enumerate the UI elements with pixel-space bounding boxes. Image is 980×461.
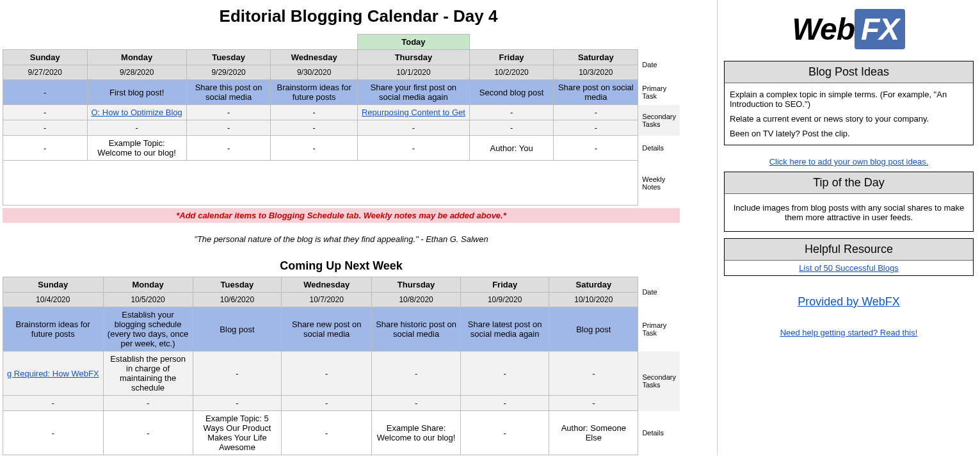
secondary-link[interactable]: O: How to Optimize Blog: [92, 108, 182, 117]
secondary-task-cell[interactable]: g Required: How WebFX: [3, 352, 104, 396]
date-cell[interactable]: 10/7/2020: [282, 293, 372, 307]
secondary-task-cell[interactable]: Establish the person in charge of mainta…: [103, 352, 193, 396]
secondary-task-cell[interactable]: -: [3, 120, 88, 136]
primary-task-row: - First blog post! Share this post on so…: [3, 80, 680, 105]
date-cell[interactable]: 10/6/2020: [193, 293, 282, 307]
day-header: Thursday: [357, 50, 469, 65]
help-link[interactable]: Need help getting started? Read this!: [780, 328, 918, 337]
secondary-link[interactable]: Repurposing Content to Get: [362, 108, 465, 117]
details-cell[interactable]: -: [461, 411, 549, 455]
secondary-task-cell[interactable]: -: [357, 120, 469, 136]
primary-task-cell[interactable]: Brainstorm ideas for future posts: [3, 307, 104, 352]
date-cell[interactable]: 9/28/2020: [87, 65, 186, 80]
weekly-notes-cell[interactable]: [3, 161, 638, 206]
day-header: Saturday: [554, 50, 638, 65]
secondary-task-cell[interactable]: -: [469, 120, 554, 136]
date-cell[interactable]: 9/27/2020: [3, 65, 88, 80]
date-cell[interactable]: 9/30/2020: [271, 65, 358, 80]
secondary-task-cell[interactable]: -: [3, 396, 104, 411]
secondary-task-cell[interactable]: -: [372, 352, 461, 396]
day-header: Monday: [103, 277, 193, 293]
secondary-task-cell[interactable]: -: [193, 396, 282, 411]
details-cell[interactable]: -: [103, 411, 193, 455]
details-cell[interactable]: Example Share: Welcome to our blog!: [372, 411, 461, 455]
secondary-task-cell[interactable]: -: [549, 352, 638, 396]
primary-task-cell[interactable]: First blog post!: [87, 80, 186, 105]
secondary-task-cell[interactable]: -: [461, 396, 549, 411]
primary-task-cell[interactable]: Share your first post on social media ag…: [357, 80, 469, 105]
details-cell[interactable]: -: [271, 136, 358, 161]
primary-task-cell[interactable]: Share post on social media: [554, 80, 638, 105]
details-cell[interactable]: -: [282, 411, 372, 455]
secondary-task-cell[interactable]: -: [186, 120, 271, 136]
row-label-secondary: Secondary Tasks: [638, 105, 680, 136]
date-cell[interactable]: 10/8/2020: [372, 293, 461, 307]
details-cell[interactable]: Author: Someone Else: [549, 411, 638, 455]
day-header: Friday: [461, 277, 549, 293]
secondary-task-cell[interactable]: -: [372, 396, 461, 411]
primary-task-cell[interactable]: Share historic post on social media: [372, 307, 461, 352]
secondary-task-cell[interactable]: -: [3, 105, 88, 120]
idea-item: Explain a complex topic in simple terms.…: [730, 87, 968, 111]
secondary-task-cell[interactable]: -: [469, 105, 554, 120]
panel-title: Tip of the Day: [725, 172, 973, 194]
day-header: Saturday: [549, 277, 638, 293]
date-cell[interactable]: 10/3/2020: [554, 65, 638, 80]
details-cell[interactable]: Example Topic: Welcome to our blog!: [87, 136, 186, 161]
date-cell[interactable]: 10/5/2020: [103, 293, 193, 307]
primary-task-cell[interactable]: Share new post on social media: [282, 307, 372, 352]
primary-task-cell[interactable]: -: [3, 80, 88, 105]
date-cell[interactable]: 10/1/2020: [357, 65, 469, 80]
details-cell[interactable]: -: [554, 136, 638, 161]
primary-task-cell[interactable]: Share this post on social media: [186, 80, 271, 105]
date-cell[interactable]: 10/4/2020: [3, 293, 104, 307]
secondary-task-cell[interactable]: -: [193, 352, 282, 396]
resource-link[interactable]: List of 50 Successful Blogs: [799, 263, 898, 273]
add-ideas-link[interactable]: Click here to add your own blog post ide…: [769, 157, 929, 166]
date-cell[interactable]: 10/9/2020: [461, 293, 549, 307]
date-cell[interactable]: 10/2/2020: [469, 65, 554, 80]
secondary-task-cell[interactable]: -: [549, 396, 638, 411]
secondary-task-cell[interactable]: -: [461, 352, 549, 396]
primary-task-cell[interactable]: Blog post: [549, 307, 638, 352]
primary-task-cell[interactable]: Establish your blogging schedule (every …: [103, 307, 193, 352]
primary-task-cell[interactable]: Share latest post on social media again: [461, 307, 549, 352]
secondary-task-cell[interactable]: -: [554, 105, 638, 120]
secondary-task-cell[interactable]: Repurposing Content to Get: [357, 105, 469, 120]
secondary-task-row: g Required: How WebFX Establish the pers…: [3, 352, 680, 396]
secondary-task-cell[interactable]: -: [282, 352, 372, 396]
secondary-task-cell[interactable]: -: [271, 120, 358, 136]
date-cell[interactable]: 10/10/2020: [549, 293, 638, 307]
primary-task-cell[interactable]: Second blog post: [469, 80, 554, 105]
secondary-task-cell[interactable]: -: [271, 105, 358, 120]
panel-title: Blog Post Ideas: [725, 61, 973, 83]
secondary-task-cell[interactable]: -: [186, 105, 271, 120]
details-cell[interactable]: -: [3, 411, 104, 455]
today-row: Today: [3, 35, 680, 50]
details-cell[interactable]: -: [357, 136, 469, 161]
day-header: Tuesday: [186, 50, 271, 65]
week1-table: Today Sunday Monday Tuesday Wednesday Th…: [3, 34, 680, 206]
page-title: Editorial Blogging Calendar - Day 4: [0, 3, 717, 34]
details-cell[interactable]: Author: You: [469, 136, 554, 161]
logo-fx-text: FX: [855, 9, 905, 49]
secondary-task-cell[interactable]: O: How to Optimize Blog: [87, 105, 186, 120]
secondary-task-row-2: - - - - - - -: [3, 396, 680, 411]
details-cell[interactable]: Example Topic: 5 Ways Our Product Makes …: [193, 411, 282, 455]
row-label-notes: Weekly Notes: [638, 161, 680, 206]
secondary-task-cell[interactable]: -: [87, 120, 186, 136]
primary-task-cell[interactable]: Brainstorm ideas for future posts: [271, 80, 358, 105]
quote-text: "The personal nature of the blog is what…: [3, 223, 680, 255]
primary-task-cell[interactable]: Blog post: [193, 307, 282, 352]
provided-by-link[interactable]: Provided by WebFX: [798, 295, 900, 308]
row-label-date: Date: [638, 50, 680, 80]
today-cell: Today: [357, 35, 469, 50]
date-row: 9/27/2020 9/28/2020 9/29/2020 9/30/2020 …: [3, 65, 680, 80]
details-cell[interactable]: -: [3, 136, 88, 161]
secondary-task-cell[interactable]: -: [554, 120, 638, 136]
details-cell[interactable]: -: [186, 136, 271, 161]
date-cell[interactable]: 9/29/2020: [186, 65, 271, 80]
secondary-task-cell[interactable]: -: [282, 396, 372, 411]
secondary-task-cell[interactable]: -: [103, 396, 193, 411]
secondary-link[interactable]: g Required: How WebFX: [7, 369, 99, 378]
